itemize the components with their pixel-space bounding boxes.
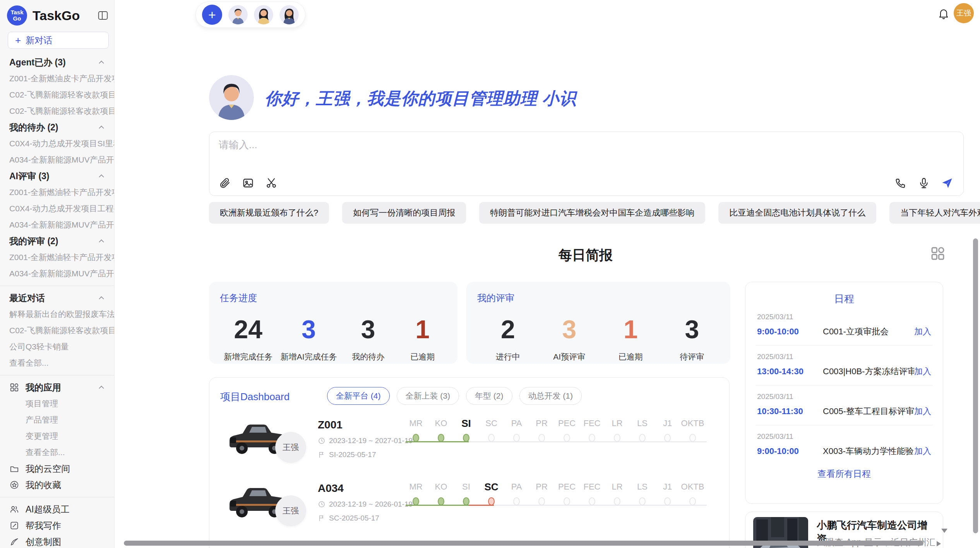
sidebar-item[interactable]: A034-全新新能源MUV产品开发项目造型可行性评审	[0, 265, 114, 282]
scroll-right-arrow[interactable]	[937, 541, 941, 546]
sidebar-item[interactable]: C02-飞腾新能源轻客改款项目里程碑画布	[0, 87, 114, 103]
dashboard-tab[interactable]: 全新上装 (3)	[397, 387, 459, 405]
dashboard-tab[interactable]: 年型 (2)	[466, 387, 512, 405]
suggestion-chip[interactable]: 如何写一份清晰的项目周报	[342, 202, 466, 224]
app-link[interactable]: 变更管理	[0, 428, 114, 444]
sidebar-item[interactable]: A034-全新新能源MUV产品开发项目法规符合性评审	[0, 217, 114, 233]
phone-call-icon[interactable]	[894, 177, 907, 189]
attach-icon[interactable]	[219, 177, 231, 189]
user-avatar-label: 王强	[956, 8, 971, 18]
milestone-dot	[614, 497, 620, 505]
dashboard-tab[interactable]: 全新平台 (4)	[327, 387, 390, 405]
sidebar-section-header[interactable]: 我的评审 (2)	[0, 233, 114, 249]
milestone: PR	[529, 415, 554, 442]
sidebar-tool[interactable]: 帮我写作	[0, 517, 114, 534]
recent-chat-item[interactable]: 公司Q3轻卡销量	[0, 339, 114, 355]
stat-metric: 3待评审	[669, 314, 715, 362]
sidebar-my-apps[interactable]: 我的应用	[0, 379, 114, 396]
milestone-label: OKTB	[681, 478, 704, 495]
vertical-scrollbar[interactable]	[973, 238, 978, 533]
milestone-dot	[538, 497, 545, 505]
sidebar-item[interactable]: A034-全新新能源MUV产品开发项目计划变更表编写	[0, 152, 114, 168]
milestone-dot	[689, 497, 696, 505]
sidebar-section-header[interactable]: AI评审 (3)	[0, 168, 114, 184]
flag-icon	[318, 451, 326, 459]
sidebar-item[interactable]: Z001-全新燃油轻卡产品开发项目SI造型提交物评审	[0, 184, 114, 200]
add-agent-button[interactable]: +	[202, 5, 222, 25]
apps-view-all[interactable]: 查看全部...	[0, 444, 114, 461]
milestone: PEC	[554, 478, 579, 505]
sidebar-item[interactable]: C02-飞腾新能源轻客改款项目立项汇报方案	[0, 103, 114, 119]
milestone: MR	[403, 415, 428, 442]
milestone-label: SC	[484, 478, 498, 495]
milestone-label: KO	[435, 478, 447, 495]
sidebar-collapse-icon[interactable]	[97, 10, 109, 21]
microphone-icon[interactable]	[918, 177, 930, 189]
sidebar-item[interactable]: Z001-全新燃油轻卡产品开发项目SI节点属性5D文件评审	[0, 249, 114, 265]
stat-label: 待评审	[680, 351, 704, 362]
stat-value: 3	[685, 314, 699, 344]
recent-view-all[interactable]: 查看全部...	[0, 355, 114, 371]
view-all-schedule-link[interactable]: 查看所有日程	[745, 468, 943, 480]
sidebar-item[interactable]: C0X4-动力总成开发项目SI里程碑提交物检查	[0, 135, 114, 152]
user-avatar[interactable]: 王强	[954, 3, 974, 23]
agent-avatar-2[interactable]	[254, 5, 273, 24]
chevron-up-icon[interactable]	[97, 237, 106, 245]
chevron-up-icon[interactable]	[97, 58, 106, 67]
schedule-title: 日程	[745, 292, 943, 306]
event-join-link[interactable]: 加入	[914, 406, 931, 417]
chevron-up-icon[interactable]	[97, 172, 106, 180]
event-join-link[interactable]: 加入	[914, 366, 931, 377]
agent-avatar-3[interactable]	[279, 5, 299, 24]
sidebar-item[interactable]: C0X4-动力总成开发项目工程变更评审	[0, 200, 114, 217]
image-upload-icon[interactable]	[242, 177, 254, 189]
suggestion-chip[interactable]: 特朗普可能对进口汽车增税会对中国车企造成哪些影响	[479, 202, 705, 224]
milestone: KO	[428, 478, 454, 505]
suggestion-chip[interactable]: 比亚迪全固态电池计划具体说了什么	[718, 202, 876, 224]
project-row[interactable]: 王强A0342023-12-19 ~ 2026-01-19SC-2025-05-…	[223, 478, 723, 536]
scissors-icon[interactable]	[265, 177, 278, 189]
sidebar-tool[interactable]: AI超级员工	[0, 501, 114, 517]
send-icon[interactable]	[941, 177, 953, 189]
sidebar-tool[interactable]: 创意制图	[0, 534, 114, 548]
chevron-up-icon[interactable]	[97, 294, 106, 302]
dashboard-tab[interactable]: 动总开发 (1)	[519, 387, 582, 405]
milestone-dot	[413, 497, 419, 505]
suggestion-chip[interactable]: 欧洲新规最近颁布了什么?	[209, 202, 329, 224]
chevron-up-icon[interactable]	[97, 123, 106, 132]
stat-value: 3	[302, 314, 316, 344]
milestone: SC	[479, 478, 504, 505]
new-chat-button[interactable]: + 新对话	[8, 32, 109, 49]
briefing-layout-icon[interactable]	[930, 245, 946, 262]
milestone-dot	[589, 434, 595, 442]
chevron-up-icon[interactable]	[97, 383, 106, 392]
sidebar-link[interactable]: 我的云空间	[0, 461, 114, 477]
flag-icon	[318, 514, 326, 522]
sidebar: Task Go TaskGo + 新对话 Agent已办 (3)Z001-全新燃…	[0, 0, 115, 548]
milestone: FEC	[579, 415, 605, 442]
logo-text-line1: Task	[10, 9, 23, 15]
notification-bell-icon[interactable]	[937, 8, 950, 20]
app-link[interactable]: 项目管理	[0, 396, 114, 412]
app-link[interactable]: 产品管理	[0, 412, 114, 428]
agent-avatar-1[interactable]	[228, 5, 248, 24]
sidebar-item[interactable]: Z001-全新燃油皮卡产品开发项目SI节点Lesson Learn报告	[0, 70, 114, 87]
stat-value: 2	[501, 314, 515, 344]
chat-input[interactable]	[218, 137, 877, 162]
project-row[interactable]: 王强Z0012023-12-19 ~ 2027-01-19SI-2025-05-…	[223, 415, 723, 473]
stat-label: 我的待办	[352, 351, 384, 362]
suggestion-chip[interactable]: 当下年轻人对汽车外观有怎样的喜好趋势	[889, 202, 980, 224]
scroll-down-arrow[interactable]	[941, 529, 947, 533]
divider	[0, 286, 114, 286]
milestone-dot	[564, 434, 570, 442]
sidebar-section-header[interactable]: 我的待办 (2)	[0, 119, 114, 135]
recent-chat-item[interactable]: C02-飞腾新能源轻客改款项目的闭环通告反馈情况	[0, 322, 114, 339]
event-join-link[interactable]: 加入	[914, 326, 931, 337]
sidebar-link[interactable]: 我的收藏	[0, 477, 114, 493]
sidebar-section-header[interactable]: 最近对话	[0, 290, 114, 306]
milestone-dot	[513, 434, 520, 442]
sidebar-section-header[interactable]: Agent已办 (3)	[0, 54, 114, 70]
horizontal-scrollbar[interactable]	[124, 541, 923, 546]
recent-chat-item[interactable]: 解释最新出台的欧盟报废车法规再生塑料比例被调至15%...	[0, 306, 114, 322]
event-join-link[interactable]: 加入	[914, 445, 931, 457]
